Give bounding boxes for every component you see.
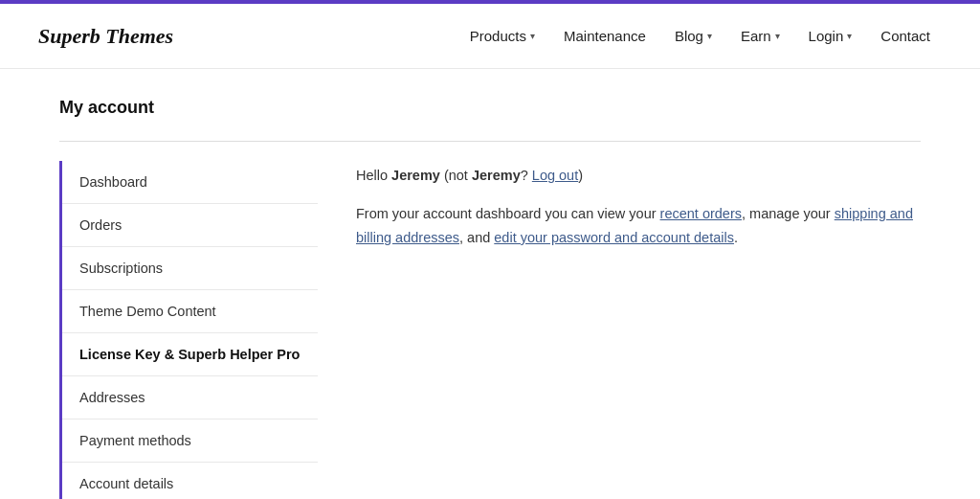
chevron-down-icon: ▾ <box>847 31 852 41</box>
sidebar-item-1[interactable]: Orders <box>62 204 318 247</box>
main-content: My account DashboardOrdersSubscriptionsT… <box>21 69 959 499</box>
nav-item-earn[interactable]: Earn ▾ <box>729 20 791 52</box>
sidebar-item-3[interactable]: Theme Demo Content <box>62 290 318 333</box>
sidebar-item-0[interactable]: Dashboard <box>62 161 318 204</box>
account-layout: DashboardOrdersSubscriptionsTheme Demo C… <box>59 141 921 499</box>
desc-mid2: , and <box>459 230 494 245</box>
greeting-name2: Jeremy <box>472 168 521 183</box>
page-title: My account <box>59 98 921 118</box>
recent-orders-link[interactable]: recent orders <box>660 206 742 221</box>
account-content: Hello Jeremy (not Jeremy? Log out) From … <box>356 161 921 499</box>
nav-item-blog[interactable]: Blog ▾ <box>663 20 724 52</box>
header: Superb Themes Products ▾ Maintenance Blo… <box>0 4 980 69</box>
greeting-not: (not <box>440 168 472 183</box>
sidebar-item-4[interactable]: License Key & Superb Helper Pro <box>62 333 318 376</box>
chevron-down-icon: ▾ <box>707 31 712 41</box>
logo[interactable]: Superb Themes <box>38 24 173 49</box>
greeting-name1: Jeremy <box>391 168 440 183</box>
sidebar: DashboardOrdersSubscriptionsTheme Demo C… <box>59 161 318 499</box>
desc-end: . <box>734 230 738 245</box>
password-details-link[interactable]: edit your password and account details <box>494 230 734 245</box>
main-nav: Products ▾ Maintenance Blog ▾ Earn ▾ Log… <box>458 20 942 52</box>
sidebar-item-5[interactable]: Addresses <box>62 376 318 420</box>
greeting-text: Hello Jeremy (not Jeremy? Log out) <box>356 165 921 187</box>
nav-label-login: Login <box>809 28 844 44</box>
desc-mid1: , manage your <box>742 206 835 221</box>
greeting-hello: Hello <box>356 168 391 183</box>
logout-link[interactable]: Log out <box>532 168 578 183</box>
nav-label-earn: Earn <box>741 28 771 44</box>
nav-item-maintenance[interactable]: Maintenance <box>552 20 657 52</box>
nav-item-contact[interactable]: Contact <box>869 20 942 52</box>
nav-item-login[interactable]: Login ▾ <box>797 20 864 52</box>
sidebar-item-6[interactable]: Payment methods <box>62 420 318 463</box>
description-text: From your account dashboard you can view… <box>356 202 921 249</box>
chevron-down-icon: ▾ <box>775 31 780 41</box>
nav-label-contact: Contact <box>880 28 930 44</box>
greeting-question: ? <box>521 168 528 183</box>
nav-item-products[interactable]: Products ▾ <box>458 20 546 52</box>
nav-label-maintenance: Maintenance <box>564 28 646 44</box>
desc-pre: From your account dashboard you can view… <box>356 206 660 221</box>
greeting-end: ) <box>578 168 583 183</box>
nav-label-products: Products <box>470 28 526 44</box>
nav-label-blog: Blog <box>675 28 703 44</box>
sidebar-item-7[interactable]: Account details <box>62 463 318 499</box>
chevron-down-icon: ▾ <box>530 31 535 41</box>
sidebar-item-2[interactable]: Subscriptions <box>62 247 318 290</box>
